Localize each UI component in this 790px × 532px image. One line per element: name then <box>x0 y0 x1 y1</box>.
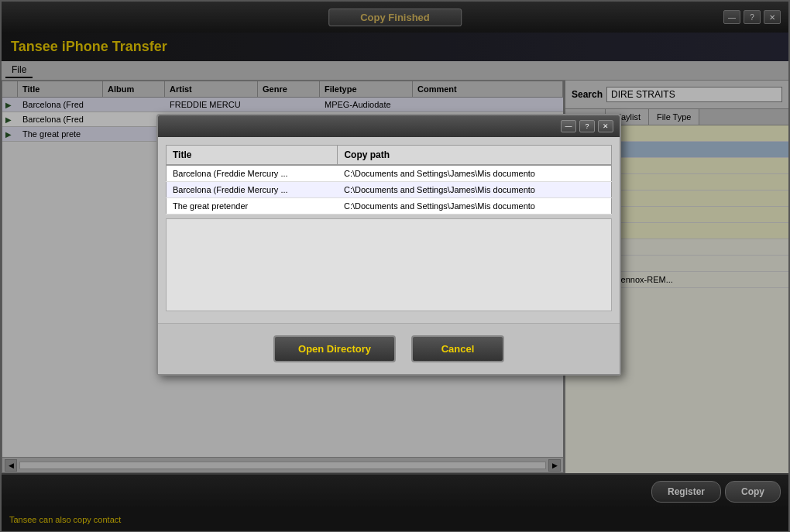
modal-close-button[interactable]: ✕ <box>598 120 613 132</box>
copy-results-table: Title Copy path Barcelona (Freddie Mercu… <box>166 145 612 215</box>
modal-table-header: Title Copy path <box>167 146 612 166</box>
modal-table-row[interactable]: The great pretender C:\Documents and Set… <box>167 198 612 215</box>
main-window: Copy Finished — ? ✕ Tansee iPhone Transf… <box>0 0 790 532</box>
modal-empty-area <box>166 218 612 311</box>
modal-col-title: Title <box>167 146 338 166</box>
modal-help-button[interactable]: ? <box>579 120 595 132</box>
modal-footer: Open Directory Cancel <box>158 323 620 374</box>
modal-cell-path: C:\Documents and Settings\James\Mis docu… <box>338 165 612 182</box>
modal-dialog: — ? ✕ Title Copy path Barcelona (Freddie… <box>156 114 621 376</box>
modal-cell-title: The great pretender <box>167 198 338 215</box>
modal-title-bar: — ? ✕ <box>158 115 620 137</box>
cancel-button[interactable]: Cancel <box>411 335 504 362</box>
modal-cell-path: C:\Documents and Settings\James\Mis docu… <box>338 198 612 215</box>
modal-table-body: Barcelona (Freddie Mercury ... C:\Docume… <box>167 165 612 215</box>
modal-cell-path: C:\Documents and Settings\James\Mis docu… <box>338 182 612 198</box>
modal-table-row[interactable]: Barcelona (Freddie Mercury ... C:\Docume… <box>167 182 612 198</box>
modal-minimize-button[interactable]: — <box>561 120 576 132</box>
modal-table-row[interactable]: Barcelona (Freddie Mercury ... C:\Docume… <box>167 165 612 182</box>
open-directory-button[interactable]: Open Directory <box>273 335 396 362</box>
modal-col-path: Copy path <box>338 146 612 166</box>
modal-cell-title: Barcelona (Freddie Mercury ... <box>167 182 338 198</box>
modal-body: Title Copy path Barcelona (Freddie Mercu… <box>158 137 620 323</box>
modal-controls: — ? ✕ <box>561 120 613 132</box>
modal-cell-title: Barcelona (Freddie Mercury ... <box>167 165 338 182</box>
